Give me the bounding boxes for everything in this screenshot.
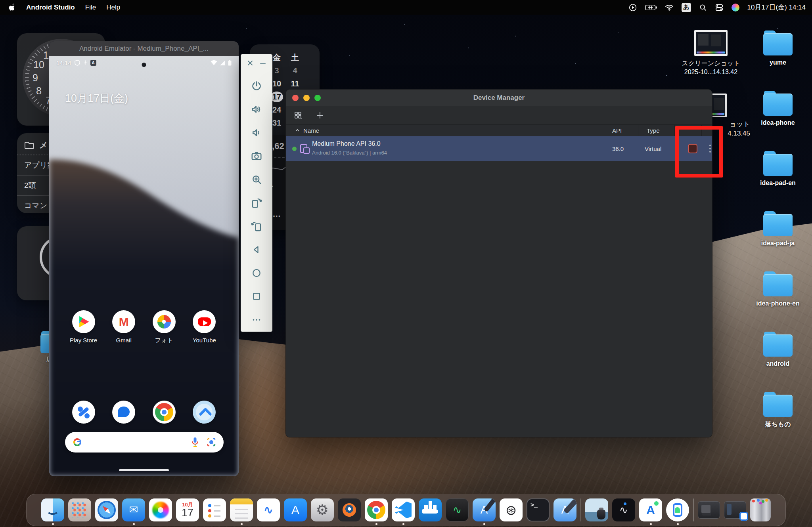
stocks-icon[interactable]: ∿ bbox=[612, 498, 635, 521]
finder-icon[interactable] bbox=[41, 498, 64, 521]
gmail-app[interactable]: M Gmail bbox=[107, 310, 141, 344]
add-device-button[interactable] bbox=[313, 109, 327, 122]
menu-help[interactable]: Help bbox=[106, 4, 120, 11]
wifi-icon[interactable] bbox=[665, 4, 674, 11]
reminders-icon[interactable] bbox=[203, 498, 226, 521]
android-studio-icon[interactable]: A bbox=[639, 498, 662, 521]
chrome-icon[interactable] bbox=[365, 498, 388, 521]
emulator-screen[interactable]: 14:14 A bbox=[49, 56, 239, 476]
volume-down-button[interactable] bbox=[249, 125, 264, 140]
minimized-window-icon[interactable] bbox=[698, 501, 720, 519]
column-header-name[interactable]: Name bbox=[303, 127, 319, 134]
mic-icon[interactable] bbox=[191, 437, 199, 447]
wifi-icon bbox=[211, 60, 217, 65]
overview-button[interactable] bbox=[249, 289, 264, 304]
calendar-icon[interactable]: 10月 17 bbox=[176, 498, 199, 521]
dock-divider[interactable] bbox=[693, 498, 694, 521]
trash-icon[interactable] bbox=[750, 498, 771, 521]
rotate-left-button[interactable] bbox=[249, 195, 264, 210]
minimized-window-android-icon[interactable] bbox=[724, 501, 746, 519]
chrome-app[interactable] bbox=[147, 401, 181, 424]
back-button[interactable] bbox=[249, 242, 264, 257]
preview-icon[interactable] bbox=[585, 498, 608, 521]
menu-app-name[interactable]: Android Studio bbox=[26, 4, 75, 11]
battery-charging-icon[interactable] bbox=[645, 4, 657, 11]
emulator-titlebar[interactable]: Android Emulator - Medium_Phone_API_... bbox=[49, 41, 239, 56]
activity-monitor-icon[interactable]: ∿ bbox=[446, 498, 469, 521]
desktop-folder[interactable]: android bbox=[756, 334, 800, 395]
system-settings-icon[interactable]: ⚙ bbox=[311, 498, 334, 521]
screenshot-button[interactable] bbox=[249, 149, 264, 164]
phone-status-bar: 14:14 A bbox=[49, 59, 239, 66]
youtube-app[interactable]: YouTube bbox=[187, 310, 221, 344]
desktop-folder[interactable]: idea-pad-ja bbox=[756, 214, 800, 274]
blender-icon[interactable] bbox=[338, 498, 361, 521]
folder-icon bbox=[763, 395, 793, 417]
safari-icon[interactable] bbox=[95, 498, 118, 521]
siri-icon[interactable] bbox=[732, 4, 739, 11]
zoom-button[interactable] bbox=[249, 172, 264, 187]
home-indicator[interactable] bbox=[119, 469, 169, 471]
desktop-folder[interactable]: 落ちもの bbox=[756, 395, 800, 455]
volume-up-button[interactable] bbox=[249, 102, 264, 117]
input-source-icon[interactable]: あ bbox=[682, 3, 691, 12]
dock-divider[interactable] bbox=[580, 498, 581, 521]
menu-clock[interactable]: 10月17日(金) 14:14 bbox=[747, 3, 806, 12]
zoom-window-button[interactable] bbox=[314, 95, 321, 101]
launchpad-icon[interactable] bbox=[68, 498, 91, 521]
mail-icon[interactable]: ✉ bbox=[122, 498, 145, 521]
google-photos-app[interactable]: フォト bbox=[147, 310, 181, 344]
play-store-app[interactable]: Play Store bbox=[67, 310, 101, 344]
docker-icon[interactable] bbox=[419, 498, 442, 521]
freeform-icon[interactable]: ∿ bbox=[257, 498, 280, 521]
spotlight-search-icon[interactable] bbox=[699, 4, 707, 11]
device-manager-titlebar[interactable]: Device Manager bbox=[286, 90, 712, 106]
signal-icon bbox=[220, 60, 226, 65]
emulator-close-button[interactable] bbox=[246, 59, 254, 69]
phone-date-label: 10月17日(金) bbox=[65, 91, 128, 105]
xcode-beta-icon[interactable]: A bbox=[553, 498, 576, 521]
vscode-icon[interactable] bbox=[392, 498, 415, 521]
virtual-device-icon bbox=[300, 144, 309, 153]
close-window-button[interactable] bbox=[292, 95, 299, 101]
home-button[interactable] bbox=[249, 265, 264, 281]
screen-mirroring-icon[interactable] bbox=[628, 3, 637, 12]
power-button[interactable] bbox=[249, 78, 264, 94]
device-row-selected[interactable]: Medium Phone API 36.0 Android 16.0 ("Bak… bbox=[286, 136, 712, 161]
screenshot-label: スクリーンショット bbox=[680, 59, 741, 68]
folder-icon bbox=[763, 33, 793, 55]
google-search-bar[interactable] bbox=[65, 432, 224, 453]
google-lens-icon[interactable] bbox=[206, 437, 216, 447]
desktop-folder[interactable]: idea-phone bbox=[756, 94, 800, 154]
device-online-dot bbox=[292, 147, 297, 151]
screenshot-thumbnail bbox=[694, 30, 728, 56]
photos-icon[interactable] bbox=[149, 498, 172, 521]
android-emulator-icon[interactable] bbox=[666, 498, 689, 521]
terminal-icon[interactable]: >_ bbox=[527, 498, 550, 521]
minimize-window-button[interactable] bbox=[303, 95, 310, 101]
phone-app[interactable] bbox=[67, 401, 101, 424]
screenshot-file-1[interactable]: スクリーンショット 2025-10...14.13.42 bbox=[680, 30, 741, 76]
control-center-icon[interactable] bbox=[715, 3, 724, 12]
messages-app[interactable] bbox=[107, 401, 141, 424]
app-store-icon[interactable]: A bbox=[284, 498, 307, 521]
column-header-api[interactable]: API bbox=[612, 127, 622, 134]
annotation-highlight-rectangle bbox=[675, 126, 723, 178]
xcode-icon[interactable]: A bbox=[473, 498, 496, 521]
sort-ascending-icon[interactable] bbox=[295, 128, 300, 133]
device-manager-window: Device Manager Name API Type bbox=[285, 89, 712, 437]
column-header-type[interactable]: Type bbox=[647, 127, 660, 134]
assistant-app[interactable] bbox=[187, 401, 221, 424]
desktop-folder[interactable]: yume bbox=[756, 33, 800, 94]
chatgpt-icon[interactable]: ⊛ bbox=[500, 498, 523, 521]
grid-view-button[interactable] bbox=[291, 109, 305, 122]
desktop-folder[interactable]: idea-phone-en bbox=[756, 274, 800, 334]
more-options-button[interactable] bbox=[249, 312, 264, 327]
apple-menu-icon[interactable] bbox=[9, 3, 16, 11]
desktop-folder[interactable]: idea-pad-en bbox=[756, 154, 800, 214]
rotate-right-button[interactable] bbox=[249, 219, 264, 234]
emulator-minimize-button[interactable] bbox=[259, 59, 267, 69]
phone-status-time: 14:14 bbox=[56, 59, 71, 66]
menu-file[interactable]: File bbox=[85, 4, 96, 11]
notes-icon[interactable] bbox=[230, 498, 253, 521]
